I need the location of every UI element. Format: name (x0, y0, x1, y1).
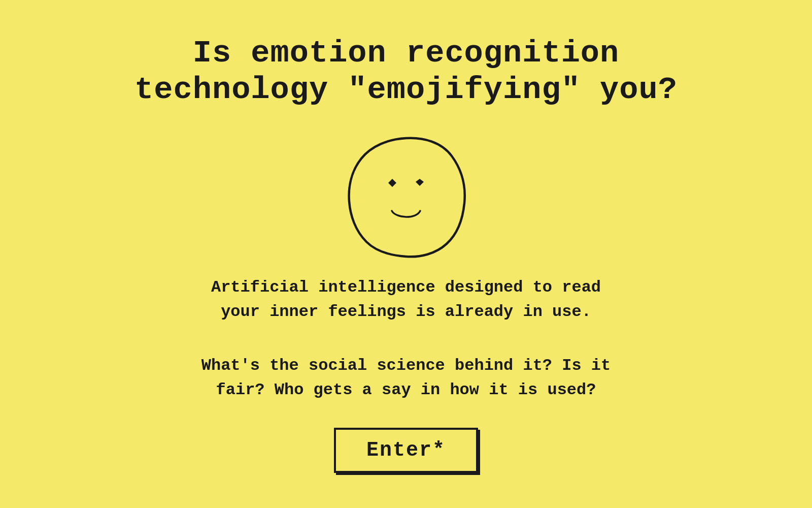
enter-button[interactable]: Enter* (334, 428, 478, 473)
desc-line3: What's the social science behind it? Is … (201, 356, 611, 375)
desc-line2: your inner feelings is already in use. (221, 302, 591, 321)
smiley-face-icon (335, 128, 477, 260)
face-illustration (335, 128, 477, 260)
desc-line4: fair? Who gets a say in how it is used? (216, 380, 596, 399)
main-container: Is emotion recognition technology "emoji… (0, 15, 812, 493)
page-title: Is emotion recognition technology "emoji… (134, 35, 678, 108)
title-section: Is emotion recognition technology "emoji… (134, 35, 678, 108)
description-text: Artificial intelligence designed to read… (201, 275, 611, 402)
desc-line1: Artificial intelligence designed to read (211, 278, 601, 297)
title-line1: Is emotion recognition (193, 35, 620, 71)
description-section: Artificial intelligence designed to read… (201, 275, 611, 402)
title-line2: technology "emojifying" you? (134, 72, 678, 108)
